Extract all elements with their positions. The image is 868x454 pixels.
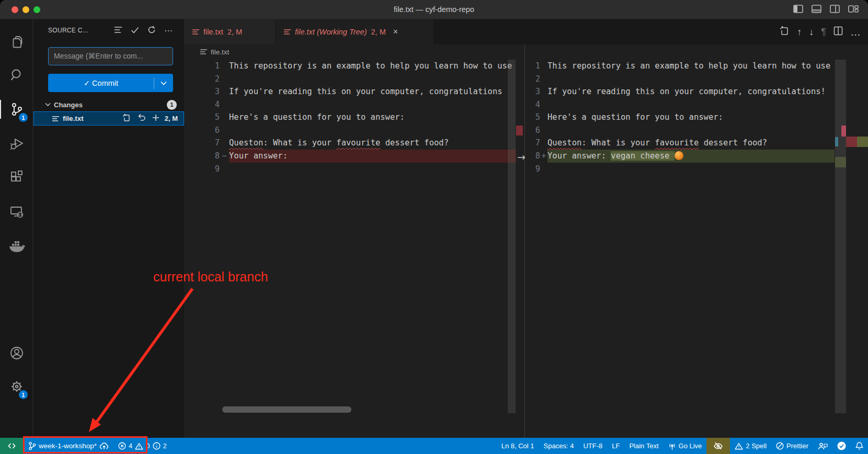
feedback-item[interactable] xyxy=(813,438,832,454)
diff-sign xyxy=(540,111,547,124)
tab-file-txt[interactable]: file.txt 2, M xyxy=(184,19,276,44)
remote-explorer-icon[interactable] xyxy=(0,198,33,225)
run-debug-icon[interactable] xyxy=(0,130,33,157)
open-file-icon[interactable] xyxy=(122,114,131,124)
code-line[interactable]: 5Here's a question for you to answer: xyxy=(526,111,868,124)
diff-sign xyxy=(540,73,547,86)
settings-gear-icon[interactable]: 1 xyxy=(0,373,33,400)
spell-checker-item[interactable]: 2 Spell xyxy=(730,438,771,454)
line-content xyxy=(229,163,516,176)
diff-revert-arrow-icon[interactable]: → xyxy=(515,151,528,163)
changes-section-header[interactable]: Changes 1 xyxy=(33,98,184,111)
code-line[interactable]: 6 xyxy=(526,124,868,137)
docker-icon[interactable] xyxy=(0,233,33,260)
more-actions-icon[interactable]: … xyxy=(850,27,861,37)
code-line[interactable]: 4 xyxy=(526,98,868,111)
code-text: This repository is an example to help yo… xyxy=(547,61,830,71)
tab-label: file.txt (Working Tree) xyxy=(295,28,367,36)
code-line[interactable]: 2 xyxy=(184,73,526,86)
render-whitespace-icon[interactable]: ¶ xyxy=(821,27,826,37)
tracking-item[interactable] xyxy=(832,438,851,454)
code-line[interactable]: 2 xyxy=(526,73,868,86)
customize-layout-icon[interactable] xyxy=(848,5,859,13)
check-circle-icon xyxy=(837,441,846,450)
git-branch-icon xyxy=(28,441,36,450)
file-icon xyxy=(200,49,207,55)
line-content: Here's a question for you to answer: xyxy=(229,111,516,124)
discard-changes-icon[interactable] xyxy=(138,114,145,123)
line-content: If you're reading this on your computer,… xyxy=(547,85,835,98)
left-pane-horizontal-scrollbar[interactable] xyxy=(222,406,351,413)
language-mode-item[interactable]: Plain Text xyxy=(624,438,663,454)
bell-icon xyxy=(855,441,863,450)
code-line[interactable]: 3If you're reading this on your computer… xyxy=(526,85,868,98)
code-line[interactable]: 9 xyxy=(184,163,526,176)
chevron-down-icon xyxy=(45,103,51,107)
split-editor-icon[interactable] xyxy=(833,26,843,38)
commit-check-icon[interactable] xyxy=(131,26,139,36)
code-text: dessert food? xyxy=(380,138,449,147)
warning-count: 0 xyxy=(146,442,150,450)
code-line[interactable]: 3If you're reading this on your computer… xyxy=(184,85,526,98)
code-line[interactable]: 9 xyxy=(526,163,868,176)
diff-sign xyxy=(540,98,547,111)
view-options-icon[interactable] xyxy=(114,26,122,36)
commit-dropdown-button[interactable] xyxy=(154,81,173,85)
cursor-position-item[interactable]: Ln 8, Col 1 xyxy=(497,438,539,454)
extensions-icon[interactable] xyxy=(0,164,33,191)
breadcrumb[interactable]: file.txt xyxy=(184,44,868,59)
diff-sign xyxy=(540,85,547,98)
code-line[interactable]: 8+Your answer: vegan cheese xyxy=(526,150,868,163)
toggle-secondary-sidebar-icon[interactable] xyxy=(830,5,840,13)
code-line[interactable]: 1This repository is an example to help y… xyxy=(526,60,868,73)
diff-sash[interactable] xyxy=(524,44,525,438)
right-pane-scrollbar[interactable] xyxy=(835,60,846,413)
line-content: This repository is an example to help yo… xyxy=(229,60,516,73)
code-line[interactable]: 8−Your answer: xyxy=(184,150,526,163)
go-live-item[interactable]: Go Live xyxy=(664,438,707,454)
commit-button[interactable]: ✓ Commit xyxy=(48,74,173,92)
prettier-item[interactable]: Prettier xyxy=(771,438,813,454)
open-changes-icon[interactable] xyxy=(779,26,790,38)
watch-off-item[interactable] xyxy=(706,438,730,454)
indentation-item[interactable]: Spaces: 4 xyxy=(539,438,579,454)
stage-changes-icon[interactable] xyxy=(152,114,159,123)
commit-message-input[interactable]: Message (⌘Enter to com... xyxy=(48,47,173,65)
tab-file-txt-working-tree[interactable]: file.txt (Working Tree) 2, M × xyxy=(276,19,434,44)
problems-status-item[interactable]: 4 0 2 xyxy=(113,438,172,454)
refresh-icon[interactable] xyxy=(147,26,156,36)
changed-file-row[interactable]: file.txt 2, M xyxy=(33,111,184,126)
left-pane-scrollbar[interactable] xyxy=(508,60,516,413)
accounts-icon[interactable] xyxy=(0,339,33,367)
code-text: Queston xyxy=(229,138,263,147)
breadcrumb-file: file.txt xyxy=(211,48,229,56)
scrollbar-inserted-tint xyxy=(835,157,846,167)
toggle-sidebar-icon[interactable] xyxy=(793,5,803,13)
next-change-icon[interactable]: ↓ xyxy=(809,27,814,37)
file-icon xyxy=(284,29,291,35)
code-line[interactable]: 7Queston: What is your favourite dessert… xyxy=(526,137,868,150)
notifications-item[interactable] xyxy=(851,438,868,454)
code-line[interactable]: 4 xyxy=(184,98,526,111)
code-line[interactable]: 7Queston: What is your favourite dessert… xyxy=(184,137,526,150)
toggle-panel-icon[interactable] xyxy=(812,5,821,13)
remote-indicator[interactable] xyxy=(0,438,24,454)
search-icon[interactable] xyxy=(0,61,33,88)
more-actions-icon[interactable]: ⋯ xyxy=(164,29,173,33)
code-line[interactable]: 6 xyxy=(184,124,526,137)
changed-file-name: file.txt xyxy=(63,115,122,122)
code-line[interactable]: 5Here's a question for you to answer: xyxy=(184,111,526,124)
diff-sign: − xyxy=(220,150,229,163)
encoding-item[interactable]: UTF-8 xyxy=(578,438,607,454)
eol-item[interactable]: LF xyxy=(607,438,624,454)
close-tab-icon[interactable]: × xyxy=(393,27,398,37)
diff-sign xyxy=(220,111,229,124)
line-content: Here's a question for you to answer: xyxy=(547,111,835,124)
code-line[interactable]: 1This repository is an example to help y… xyxy=(184,60,526,73)
line-content xyxy=(547,98,835,111)
branch-status-item[interactable]: week-1-workshop* xyxy=(24,438,113,454)
explorer-icon[interactable] xyxy=(0,29,33,56)
source-control-icon[interactable]: 1 xyxy=(0,96,33,123)
diff-sign xyxy=(540,163,547,176)
previous-change-icon[interactable]: ↑ xyxy=(797,27,802,37)
